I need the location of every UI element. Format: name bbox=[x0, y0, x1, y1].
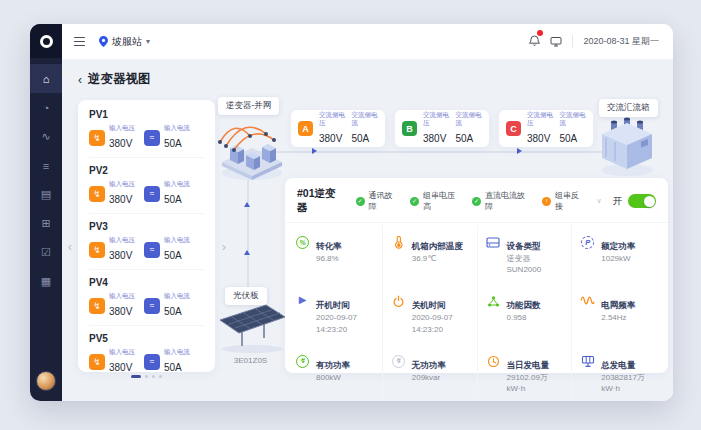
solar-icon bbox=[580, 355, 595, 368]
metric-label: 额定功率 bbox=[601, 241, 635, 251]
apps-icon: ▦ bbox=[41, 275, 51, 288]
power-icon bbox=[391, 295, 406, 308]
metric-cell: P 额定功率 1029kW bbox=[571, 225, 666, 284]
input-current-label: 输入电流 bbox=[164, 124, 190, 133]
notification-bell-icon[interactable] bbox=[529, 33, 540, 51]
ac-current-label: 交流侧电流 bbox=[560, 111, 587, 127]
station-selector[interactable]: 坡服站 ▾ bbox=[99, 35, 150, 49]
pagination-dot[interactable] bbox=[145, 375, 148, 378]
flow-arrow-icon bbox=[244, 202, 250, 207]
metric-cell: 设备类型 逆变器SUN2000 bbox=[477, 225, 572, 284]
pagination-dot[interactable] bbox=[159, 375, 162, 378]
current-meter-icon: ≈ bbox=[144, 242, 160, 258]
voltage-bolt-icon: ↯ bbox=[89, 298, 105, 314]
collapse-menu-icon[interactable] bbox=[74, 37, 85, 47]
phase-card-b: B 交流侧电压 380V 交流侧电流 50A bbox=[395, 110, 489, 147]
pv-name: PV4 bbox=[89, 277, 204, 288]
power-toggle[interactable] bbox=[628, 194, 656, 208]
sidebar-item-clock[interactable]: ◔ bbox=[30, 93, 62, 122]
metric-value: 0.958 bbox=[507, 312, 541, 323]
power-switch-label: 开 bbox=[613, 195, 623, 208]
station-name: 坡服站 bbox=[112, 35, 142, 49]
flow-arrow-icon bbox=[517, 148, 522, 154]
ac-current-value: 50A bbox=[352, 133, 370, 144]
metric-value: 2020-09-07 14:23:20 bbox=[316, 312, 357, 334]
pv-list-next-button[interactable]: › bbox=[217, 232, 231, 260]
ac-voltage-label: 交流侧电压 bbox=[423, 111, 450, 127]
status-legend: ✓ 通讯故障 bbox=[356, 190, 399, 212]
voltage-bolt-icon: ↯ bbox=[89, 186, 105, 202]
input-voltage-value: 380V bbox=[109, 362, 132, 372]
combiner-box-illustration bbox=[596, 110, 658, 178]
input-voltage-value: 380V bbox=[109, 306, 132, 317]
chevron-down-icon: ▾ bbox=[146, 37, 150, 46]
main-content: ‹ 逆变器视图 PV1 ↯ 输入电压 380V ≈ 输入电流 50A PV2 ↯ bbox=[62, 60, 673, 401]
metric-cell: 机箱内部温度 36.9℃ bbox=[382, 225, 477, 284]
current-meter-icon: ≈ bbox=[144, 354, 160, 370]
metric-cell: ▶ 开机时间 2020-09-07 14:23:20 bbox=[287, 284, 382, 343]
legend-expand-icon[interactable]: ∨ bbox=[596, 197, 601, 205]
metric-value: 96.8% bbox=[316, 253, 342, 264]
active-power-icon: ↯ bbox=[295, 355, 310, 368]
metric-value: 209kvar bbox=[412, 372, 446, 383]
activity-icon: ∿ bbox=[41, 130, 50, 143]
user-avatar[interactable] bbox=[36, 371, 56, 391]
input-current-label: 输入电流 bbox=[164, 236, 190, 245]
ac-current-label: 交流侧电流 bbox=[456, 111, 483, 127]
fullscreen-icon[interactable] bbox=[550, 33, 562, 51]
pagination-active-dash[interactable] bbox=[131, 375, 141, 378]
status-legend: ✓ 组串电压高 bbox=[410, 190, 461, 212]
voltage-bolt-icon: ↯ bbox=[89, 354, 105, 370]
inverter-node-label[interactable]: 逆变器-并网 bbox=[218, 97, 279, 115]
metric-cell: % 转化率 96.8% bbox=[287, 225, 382, 284]
metric-value: 20382817万kW·h bbox=[601, 372, 658, 394]
metric-label: 功能因数 bbox=[507, 300, 541, 310]
sidebar-item-menu[interactable]: ≡ bbox=[30, 151, 62, 180]
metric-value: 800kW bbox=[316, 372, 350, 383]
percent-icon: % bbox=[295, 236, 310, 249]
wave-icon bbox=[580, 295, 595, 306]
sidebar-item-layers[interactable]: ⊞ bbox=[30, 209, 62, 238]
device-icon bbox=[486, 236, 501, 249]
metric-cell: ↯ 无功功率 209kvar bbox=[382, 344, 477, 401]
warning-circle-icon: ! bbox=[542, 197, 551, 206]
status-legend: ✓ 直流电流故障 bbox=[472, 190, 531, 212]
sidebar-nav: ⌂◔∿≡▤⊞☑▦ bbox=[30, 64, 62, 296]
input-voltage-label: 输入电压 bbox=[109, 236, 135, 245]
metric-value: 29102.09万kW·h bbox=[507, 372, 564, 394]
input-voltage-label: 输入电压 bbox=[109, 348, 135, 357]
sidebar-item-apps[interactable]: ▦ bbox=[30, 267, 62, 296]
legend-label: 通讯故障 bbox=[369, 190, 399, 212]
pv-panel-node-label[interactable]: 光伏板 bbox=[225, 287, 267, 305]
sidebar-item-panel[interactable]: ▤ bbox=[30, 180, 62, 209]
pv-name: PV2 bbox=[89, 165, 204, 176]
status-legend: ! 组串反接 bbox=[542, 190, 585, 212]
combiner-node-label[interactable]: 交流汇流箱 bbox=[599, 99, 658, 117]
pv-item-pv4: PV4 ↯ 输入电压 380V ≈ 输入电流 50A bbox=[89, 270, 204, 326]
flow-arrow-icon bbox=[312, 148, 317, 154]
input-current-value: 50A bbox=[164, 362, 182, 372]
metric-cell: 当日发电量 29102.09万kW·h bbox=[477, 344, 572, 401]
status-legends: ✓ 通讯故障 ✓ 组串电压高 ✓ 直流电流故障 ! 组串反接 bbox=[356, 190, 586, 212]
play-icon: ▶ bbox=[295, 295, 310, 305]
metric-value: 2020-09-07 14:23:20 bbox=[412, 312, 453, 334]
sidebar-item-shield[interactable]: ☑ bbox=[30, 238, 62, 267]
input-voltage-value: 380V bbox=[109, 250, 132, 261]
input-current-label: 输入电流 bbox=[164, 180, 190, 189]
sidebar-item-home[interactable]: ⌂ bbox=[30, 64, 62, 93]
legend-label: 直流电流故障 bbox=[485, 190, 531, 212]
ac-voltage-label: 交流侧电压 bbox=[527, 111, 554, 127]
legend-label: 组串反接 bbox=[555, 190, 585, 212]
input-current-value: 50A bbox=[164, 194, 182, 205]
dc-connection-line bbox=[247, 180, 249, 287]
pv-item-pv5: PV5 ↯ 输入电压 380V ≈ 输入电流 50A bbox=[89, 326, 204, 372]
pv-list-prev-button[interactable]: ‹ bbox=[63, 232, 77, 260]
input-current-label: 输入电流 bbox=[164, 292, 190, 301]
ac-connection-line bbox=[258, 151, 610, 153]
ac-voltage-value: 380V bbox=[423, 133, 446, 144]
pagination-dot[interactable] bbox=[152, 375, 155, 378]
back-chevron-icon[interactable]: ‹ bbox=[78, 74, 82, 86]
pv-list-pagination bbox=[78, 375, 215, 378]
rated-power-icon: P bbox=[580, 236, 595, 249]
sidebar-item-activity[interactable]: ∿ bbox=[30, 122, 62, 151]
